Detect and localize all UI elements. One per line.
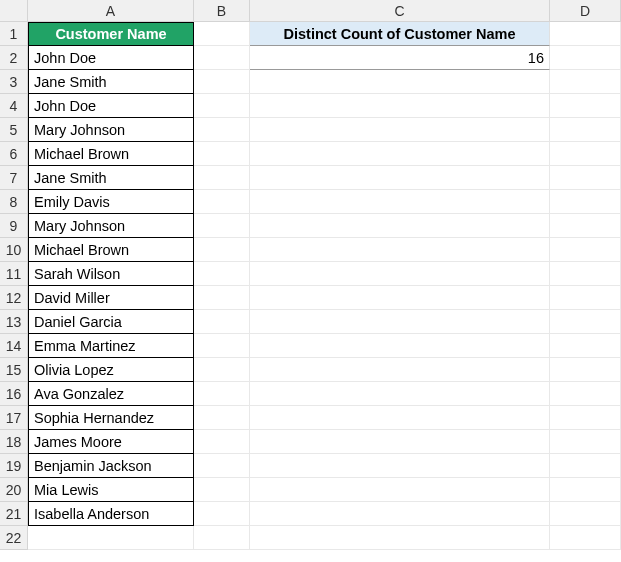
row-header-14[interactable]: 14	[0, 334, 28, 358]
cell-c10[interactable]	[250, 238, 550, 262]
cell-d17[interactable]	[550, 406, 621, 430]
row-header-5[interactable]: 5	[0, 118, 28, 142]
row-header-1[interactable]: 1	[0, 22, 28, 46]
cell-b15[interactable]	[194, 358, 250, 382]
col-header-b[interactable]: B	[194, 0, 250, 22]
row-header-4[interactable]: 4	[0, 94, 28, 118]
cell-d20[interactable]	[550, 478, 621, 502]
cell-a2[interactable]: John Doe	[28, 46, 194, 70]
select-all-corner[interactable]	[0, 0, 28, 22]
cell-d13[interactable]	[550, 310, 621, 334]
row-header-9[interactable]: 9	[0, 214, 28, 238]
cell-b10[interactable]	[194, 238, 250, 262]
row-header-16[interactable]: 16	[0, 382, 28, 406]
cell-b2[interactable]	[194, 46, 250, 70]
cell-d4[interactable]	[550, 94, 621, 118]
cell-c15[interactable]	[250, 358, 550, 382]
cell-b5[interactable]	[194, 118, 250, 142]
cell-b12[interactable]	[194, 286, 250, 310]
cell-c2-count[interactable]: 16	[250, 46, 550, 70]
row-header-7[interactable]: 7	[0, 166, 28, 190]
cell-c7[interactable]	[250, 166, 550, 190]
row-header-13[interactable]: 13	[0, 310, 28, 334]
cell-b3[interactable]	[194, 70, 250, 94]
col-header-d[interactable]: D	[550, 0, 621, 22]
cell-d12[interactable]	[550, 286, 621, 310]
cell-c8[interactable]	[250, 190, 550, 214]
cell-a4[interactable]: John Doe	[28, 94, 194, 118]
cell-a22[interactable]	[28, 526, 194, 550]
cell-a16[interactable]: Ava Gonzalez	[28, 382, 194, 406]
cell-b21[interactable]	[194, 502, 250, 526]
cell-a18[interactable]: James Moore	[28, 430, 194, 454]
row-header-10[interactable]: 10	[0, 238, 28, 262]
cell-c21[interactable]	[250, 502, 550, 526]
row-header-3[interactable]: 3	[0, 70, 28, 94]
row-header-22[interactable]: 22	[0, 526, 28, 550]
cell-d10[interactable]	[550, 238, 621, 262]
cell-d21[interactable]	[550, 502, 621, 526]
cell-a17[interactable]: Sophia Hernandez	[28, 406, 194, 430]
row-header-11[interactable]: 11	[0, 262, 28, 286]
col-header-a[interactable]: A	[28, 0, 194, 22]
cell-c16[interactable]	[250, 382, 550, 406]
cell-c6[interactable]	[250, 142, 550, 166]
cell-a9[interactable]: Mary Johnson	[28, 214, 194, 238]
cell-a10[interactable]: Michael Brown	[28, 238, 194, 262]
row-header-17[interactable]: 17	[0, 406, 28, 430]
cell-d19[interactable]	[550, 454, 621, 478]
cell-d15[interactable]	[550, 358, 621, 382]
cell-a19[interactable]: Benjamin Jackson	[28, 454, 194, 478]
cell-a7[interactable]: Jane Smith	[28, 166, 194, 190]
row-header-15[interactable]: 15	[0, 358, 28, 382]
cell-a3[interactable]: Jane Smith	[28, 70, 194, 94]
cell-c19[interactable]	[250, 454, 550, 478]
cell-c3[interactable]	[250, 70, 550, 94]
cell-d6[interactable]	[550, 142, 621, 166]
cell-c1-header[interactable]: Distinct Count of Customer Name	[250, 22, 550, 46]
cell-d8[interactable]	[550, 190, 621, 214]
row-header-20[interactable]: 20	[0, 478, 28, 502]
row-header-6[interactable]: 6	[0, 142, 28, 166]
cell-b6[interactable]	[194, 142, 250, 166]
col-header-c[interactable]: C	[250, 0, 550, 22]
cell-b16[interactable]	[194, 382, 250, 406]
cell-d14[interactable]	[550, 334, 621, 358]
cell-d7[interactable]	[550, 166, 621, 190]
cell-b8[interactable]	[194, 190, 250, 214]
cell-d16[interactable]	[550, 382, 621, 406]
cell-d18[interactable]	[550, 430, 621, 454]
cell-a12[interactable]: David Miller	[28, 286, 194, 310]
cell-b14[interactable]	[194, 334, 250, 358]
cell-b20[interactable]	[194, 478, 250, 502]
cell-d11[interactable]	[550, 262, 621, 286]
cell-b22[interactable]	[194, 526, 250, 550]
cell-a20[interactable]: Mia Lewis	[28, 478, 194, 502]
cell-b11[interactable]	[194, 262, 250, 286]
cell-c14[interactable]	[250, 334, 550, 358]
cell-c11[interactable]	[250, 262, 550, 286]
cell-b1[interactable]	[194, 22, 250, 46]
cell-d5[interactable]	[550, 118, 621, 142]
cell-b17[interactable]	[194, 406, 250, 430]
cell-b19[interactable]	[194, 454, 250, 478]
cell-d22[interactable]	[550, 526, 621, 550]
row-header-18[interactable]: 18	[0, 430, 28, 454]
cell-d9[interactable]	[550, 214, 621, 238]
cell-d1[interactable]	[550, 22, 621, 46]
cell-c20[interactable]	[250, 478, 550, 502]
cell-c5[interactable]	[250, 118, 550, 142]
cell-a13[interactable]: Daniel Garcia	[28, 310, 194, 334]
cell-b9[interactable]	[194, 214, 250, 238]
cell-a14[interactable]: Emma Martinez	[28, 334, 194, 358]
cell-a21[interactable]: Isabella Anderson	[28, 502, 194, 526]
cell-d3[interactable]	[550, 70, 621, 94]
cell-b13[interactable]	[194, 310, 250, 334]
cell-c12[interactable]	[250, 286, 550, 310]
row-header-19[interactable]: 19	[0, 454, 28, 478]
cell-a6[interactable]: Michael Brown	[28, 142, 194, 166]
row-header-8[interactable]: 8	[0, 190, 28, 214]
cell-c18[interactable]	[250, 430, 550, 454]
cell-c4[interactable]	[250, 94, 550, 118]
cell-b7[interactable]	[194, 166, 250, 190]
